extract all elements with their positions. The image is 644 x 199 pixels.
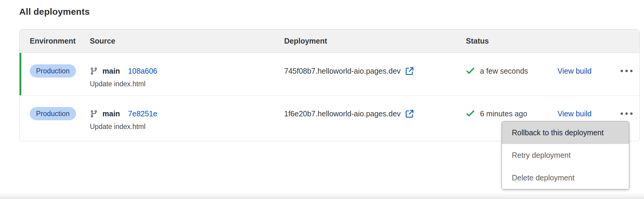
page-title: All deployments [19, 7, 90, 17]
deployment-menu-button[interactable] [616, 64, 637, 78]
page-bottom-divider [0, 193, 644, 199]
column-header-deployment: Deployment [284, 37, 466, 45]
status-time: 6 minutes ago [480, 109, 527, 118]
deployment-url: 745f08b7.helloworld-aio.pages.dev [284, 67, 401, 75]
environment-badge: Production [30, 107, 76, 120]
commit-link[interactable]: 7e8251e [128, 109, 157, 118]
column-header-environment: Environment [30, 37, 90, 45]
check-icon [466, 109, 475, 118]
external-link-icon[interactable] [405, 67, 414, 75]
menu-item-delete[interactable]: Delete deployment [502, 167, 629, 189]
environment-badge: Production [30, 64, 76, 78]
column-header-source: Source [90, 37, 284, 45]
column-header-status: Status [466, 37, 639, 45]
ellipsis-icon [621, 70, 623, 72]
external-link-icon[interactable] [405, 109, 414, 118]
commit-message: Update index.html [90, 122, 284, 131]
branch-name: main [102, 67, 120, 75]
deployment-context-menu: Rollback to this deployment Retry deploy… [502, 121, 629, 189]
menu-item-rollback[interactable]: Rollback to this deployment [502, 121, 629, 144]
deployment-menu-button[interactable] [616, 107, 637, 120]
status-time: a few seconds [480, 67, 528, 75]
commit-message: Update index.html [90, 79, 284, 88]
view-build-link[interactable]: View build [557, 109, 592, 118]
table-row: Production main 108a606 Update index.htm… [20, 53, 639, 96]
view-build-link[interactable]: View build [557, 67, 592, 75]
deployment-url: 1f6e20b7.helloworld-aio.pages.dev [284, 109, 401, 118]
current-deployment-indicator [20, 53, 21, 95]
check-icon [466, 66, 475, 75]
git-branch-icon [90, 67, 98, 75]
menu-item-retry[interactable]: Retry deployment [502, 144, 629, 167]
commit-link[interactable]: 108a606 [128, 67, 157, 75]
ellipsis-icon [621, 112, 623, 115]
branch-name: main [102, 109, 120, 118]
table-header-row: Environment Source Deployment Status [20, 29, 639, 53]
git-branch-icon [90, 110, 98, 118]
